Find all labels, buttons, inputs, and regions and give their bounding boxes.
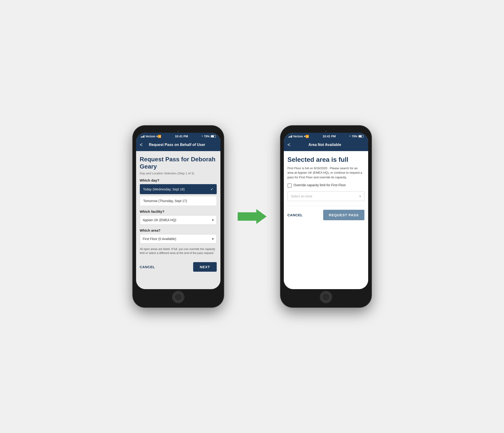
camera-dot-2 bbox=[325, 130, 327, 132]
home-button-inner-2 bbox=[322, 293, 330, 302]
signal-bar-1 bbox=[141, 137, 141, 138]
which-area-label: Which area? bbox=[140, 228, 217, 232]
select-area-dropdown[interactable]: Select an Area ▾ bbox=[288, 191, 364, 201]
phone-1-top bbox=[136, 129, 220, 133]
screen-content-2: Selected area is full First Floor is ful… bbox=[284, 151, 368, 289]
phone-2-inner: Verizon ▾📶 10:41 PM ‣ 70% < Area Not Ava… bbox=[284, 133, 368, 289]
checkmark-icon: ✓ bbox=[210, 187, 213, 191]
signal-bar-2-1 bbox=[288, 137, 289, 138]
home-button-1[interactable] bbox=[172, 291, 184, 303]
facility-dropdown[interactable]: Appian UK (EMEA HQ) ▾ bbox=[140, 215, 217, 225]
status-bar-1: Verizon ▾📶 10:41 PM ‣ 70% bbox=[136, 133, 220, 139]
wifi-icon-1: ▾📶 bbox=[156, 135, 161, 138]
back-button-1[interactable]: < bbox=[140, 142, 143, 148]
arrow-shape bbox=[238, 209, 267, 224]
status-right-1: ‣ 70% bbox=[202, 135, 216, 138]
carrier-2: Verizon bbox=[293, 135, 303, 138]
battery-fill-2 bbox=[359, 136, 362, 137]
screen-content-1: Request Pass for Deborah Geary Day and L… bbox=[136, 151, 220, 289]
override-checkbox-row[interactable]: Override capacity limit for First Floor bbox=[288, 183, 364, 188]
facility-chevron-icon: ▾ bbox=[212, 218, 214, 222]
time-2: 10:41 PM bbox=[323, 135, 335, 138]
time-1: 10:41 PM bbox=[175, 135, 188, 138]
select-area-placeholder: Select an Area bbox=[291, 194, 312, 198]
back-button-2[interactable]: < bbox=[288, 142, 291, 148]
cancel-button-1[interactable]: CANCEL bbox=[140, 263, 155, 271]
status-left-1: Verizon ▾📶 bbox=[141, 135, 161, 138]
signal-bar-2 bbox=[142, 136, 142, 138]
nav-title-1: Request Pass on Behalf of User bbox=[145, 143, 209, 147]
battery-fill-1 bbox=[211, 136, 214, 137]
battery-1 bbox=[211, 135, 216, 138]
which-day-label: Which day? bbox=[140, 178, 217, 182]
request-pass-button[interactable]: REQUEST PASS bbox=[323, 210, 364, 220]
step-label-1: Day and Location Selection (Step 1 of 3) bbox=[140, 172, 217, 175]
battery-pct-1: 70% bbox=[204, 135, 209, 138]
override-label: Override capacity limit for First Floor bbox=[294, 183, 346, 187]
battery-pct-2: 70% bbox=[352, 135, 357, 138]
today-option-text: Today (Wednesday, Sept 16) bbox=[143, 187, 185, 191]
phone-1-inner: Verizon ▾📶 10:41 PM ‣ 70% < Request Pass… bbox=[136, 133, 220, 289]
which-facility-label: Which facility? bbox=[140, 209, 217, 214]
arrow-head bbox=[256, 209, 267, 224]
signal-bar-2-4 bbox=[291, 135, 292, 138]
tomorrow-option[interactable]: Tomorrow (Thursday, Sept 17) bbox=[140, 196, 217, 206]
arrow-body bbox=[238, 212, 256, 221]
location-icon-2: ‣ bbox=[349, 135, 351, 138]
area-full-desc: First Floor is full on 9/16/2020 . Pleas… bbox=[288, 166, 364, 180]
carrier-1: Verizon bbox=[145, 135, 155, 138]
wifi-icon-2: ▾📶 bbox=[304, 135, 309, 138]
status-bar-2: Verizon ▾📶 10:41 PM ‣ 70% bbox=[284, 133, 368, 139]
phone-2-top bbox=[284, 129, 368, 133]
today-option[interactable]: Today (Wednesday, Sept 16) ✓ bbox=[140, 184, 217, 194]
scene: Verizon ▾📶 10:41 PM ‣ 70% < Request Pass… bbox=[133, 126, 371, 307]
area-chevron-icon: ▾ bbox=[212, 237, 214, 241]
cancel-button-2[interactable]: CANCEL bbox=[288, 211, 303, 219]
override-checkbox[interactable] bbox=[288, 183, 292, 188]
bottom-actions-2: CANCEL REQUEST PASS bbox=[288, 206, 364, 220]
signal-bars-2 bbox=[288, 135, 292, 138]
home-button-inner-1 bbox=[174, 293, 183, 302]
camera-dot-1 bbox=[177, 130, 179, 132]
area-full-title: Selected area is full bbox=[288, 156, 364, 164]
helper-text-1: All open areas are listed. If full, you … bbox=[140, 247, 217, 255]
signal-bar-4 bbox=[144, 135, 144, 138]
signal-bar-3 bbox=[143, 136, 144, 138]
select-area-chevron-icon: ▾ bbox=[359, 194, 361, 198]
area-dropdown[interactable]: First Floor (0 Available) ▾ bbox=[140, 234, 217, 243]
tomorrow-option-text: Tomorrow (Thursday, Sept 17) bbox=[143, 199, 187, 203]
arrow-container bbox=[238, 209, 267, 224]
status-right-2: ‣ 70% bbox=[349, 135, 363, 138]
page-title-1: Request Pass for Deborah Geary bbox=[140, 156, 217, 170]
signal-bars-1 bbox=[141, 135, 145, 138]
phone-1: Verizon ▾📶 10:41 PM ‣ 70% < Request Pass… bbox=[133, 126, 224, 307]
signal-bar-2-2 bbox=[289, 136, 290, 138]
signal-bar-2-3 bbox=[291, 136, 291, 138]
phone-2: Verizon ▾📶 10:41 PM ‣ 70% < Area Not Ava… bbox=[280, 126, 371, 307]
nav-title-2: Area Not Available bbox=[293, 143, 357, 147]
home-button-2[interactable] bbox=[320, 291, 332, 303]
next-button[interactable]: NEXT bbox=[193, 262, 216, 272]
facility-value: Appian UK (EMEA HQ) bbox=[143, 218, 176, 222]
battery-2 bbox=[358, 135, 363, 138]
location-icon-1: ‣ bbox=[202, 135, 203, 138]
status-left-2: Verizon ▾📶 bbox=[288, 135, 309, 138]
nav-bar-1: < Request Pass on Behalf of User bbox=[136, 139, 220, 151]
area-value: First Floor (0 Available) bbox=[143, 237, 176, 241]
nav-bar-2: < Area Not Available bbox=[284, 139, 368, 151]
bottom-actions-1: CANCEL NEXT bbox=[140, 260, 217, 272]
